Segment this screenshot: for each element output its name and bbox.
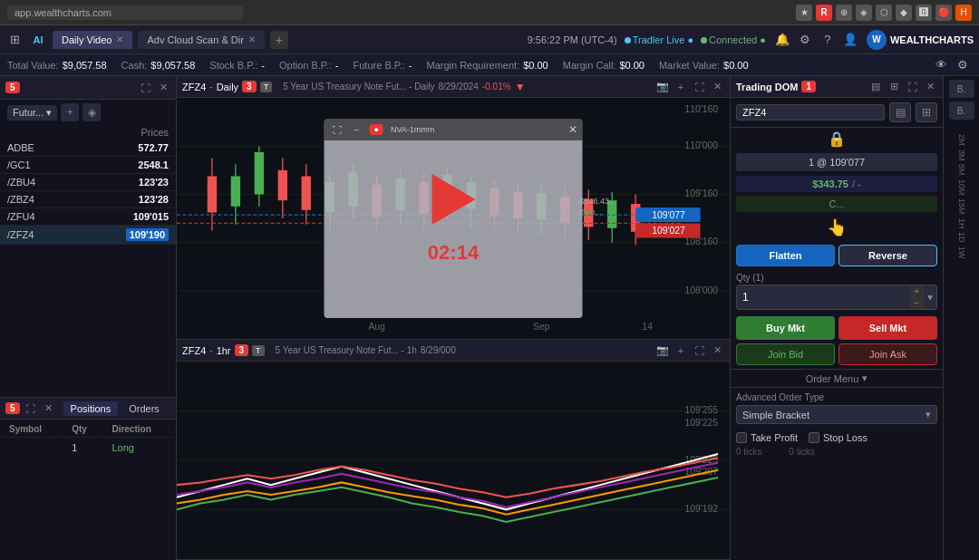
browser-icon-ext5[interactable]: 🅶 [916,5,932,21]
user-icon[interactable]: 👤 [841,31,859,49]
browser-icon-ext4[interactable]: ◆ [896,5,912,21]
browser-icon-r[interactable]: R [816,5,832,21]
bottom-close-btn[interactable]: ✕ [42,401,56,416]
dom-view-btn[interactable]: ▤ [868,80,883,94]
window-icon[interactable]: ⊞ [5,31,24,49]
margin-req-value: $0.00 [523,60,548,71]
list-item[interactable]: /ZBU4 123'23 [0,174,176,191]
join-ask-button[interactable]: Join Ask [838,343,937,365]
browser-icon-ext6[interactable]: 🔴 [935,5,952,21]
tab-daily-video-close[interactable]: ✕ [116,34,123,44]
dom-adv-label: Advanced Order Type [736,392,937,402]
chart-bottom-controls: 📷 + ⛶ ✕ [655,343,724,358]
dom-header-controls: ▤ ⊞ ⛶ ✕ [868,80,937,94]
dom-cancel-row[interactable]: C... [736,196,937,212]
pos-symbol [2,439,63,456]
watchlist-diamond-btn[interactable]: ◈ [82,103,101,121]
tab-orders[interactable]: Orders [121,401,167,416]
left-sidebar: 5 ⛶ ✕ Futur... ▾ + ◈ Prices ADBE 572.77 … [0,76,177,560]
sell-mkt-button[interactable]: Sell Mkt [838,316,937,340]
right-btn-b2[interactable]: B. [949,101,974,120]
tab-add-button[interactable]: + [270,31,288,49]
chart-top-camera-icon[interactable]: 📷 [655,80,670,94]
chart-top-plus-icon[interactable]: + [674,80,688,94]
bottom-expand-btn[interactable]: ⛶ [24,401,38,416]
watchlist-dropdown[interactable]: Futur... ▾ [7,105,57,121]
dom-layout-btn[interactable]: ⊞ [887,80,901,94]
dom-adv-select[interactable]: Simple Bracket ▾ [736,405,937,424]
sidebar-expand-btn[interactable]: ⛶ [138,81,152,95]
notifications-icon[interactable]: 🔔 [773,31,791,49]
dom-bid-ask-buttons: Join Bid Join Ask [731,343,943,369]
take-profit-checkbox[interactable] [736,432,747,443]
browser-icon-ext2[interactable]: ◈ [856,5,872,21]
option-bp-label: Option B.P.: [279,60,332,71]
take-profit-checkbox-item[interactable]: Take Profit [736,432,798,443]
dom-expand-btn[interactable]: ⛶ [905,80,919,94]
pos-direction: Long [104,439,174,456]
browser-icon-ext7[interactable]: H [955,5,972,21]
lock-icon[interactable]: 🔒 [828,130,846,148]
ai-icon[interactable]: AI [29,31,47,49]
list-item[interactable]: /ZBZ4 123'28 [0,191,176,208]
eye-icon[interactable]: 👁 [932,56,950,74]
dom-qty-down-arrow[interactable]: − [909,297,924,309]
browser-icons: ★ R ⊕ ◈ ⬡ ◆ 🅶 🔴 H [796,5,972,21]
gear-icon[interactable]: ⚙ [954,56,972,74]
chart-bottom-expand-icon[interactable]: ⛶ [692,343,706,358]
chart-bottom-close-icon[interactable]: ✕ [710,343,724,358]
tp-ticks-label: 0 ticks [736,447,761,457]
sidebar-close-btn[interactable]: ✕ [156,81,170,95]
cursor-icon: 👆 [827,217,847,237]
svg-rect-13 [231,177,240,207]
dom-qty-dropdown[interactable]: ▾ [924,291,936,304]
browser-icon-star[interactable]: ★ [796,5,812,21]
video-close-btn[interactable]: ✕ [568,123,577,136]
browser-icon-ext1[interactable]: ⊕ [836,5,852,21]
video-minimize-btn[interactable]: − [350,122,364,137]
chart-top-header: ZFZ4 - Daily 3 T 5 Year US Treasury Note… [177,76,730,98]
chart-bottom-camera-icon[interactable]: 📷 [655,343,670,358]
browser-icon-ext3[interactable]: ⬡ [876,5,892,21]
watchlist-add-btn[interactable]: + [61,103,79,121]
tab-adv-cloud[interactable]: Adv Cloud Scan & Dir ✕ [138,31,264,49]
margin-req-label: Margin Requirement: [426,60,519,71]
buy-mkt-button[interactable]: Buy Mkt [736,316,835,340]
flatten-button[interactable]: Flatten [736,245,835,266]
dom-qty-up-arrow[interactable]: + [909,285,924,297]
video-expand-btn[interactable]: ⛶ [330,122,344,137]
dom-search-input[interactable] [736,104,885,121]
dom-qty-input[interactable] [737,288,909,306]
chart-top-expand-icon[interactable]: ⛶ [692,80,706,94]
settings-icon[interactable]: ⚙ [796,31,814,49]
option-bp-value: - [335,60,339,71]
right-label-1w: 1W [957,246,966,259]
tab-daily-video[interactable]: Daily Video ✕ [53,31,132,49]
tab-positions[interactable]: Positions [63,401,119,416]
right-btn-b1[interactable]: B. [949,80,974,98]
stop-loss-checkbox[interactable] [809,432,819,443]
dom-grid-btn[interactable]: ▤ [889,102,911,122]
list-item[interactable]: ADBE 572.77 [0,140,176,157]
play-button[interactable] [426,172,480,227]
help-icon[interactable]: ? [819,31,837,49]
reverse-button[interactable]: Reverse [838,245,937,266]
dom-close-btn[interactable]: ✕ [923,80,937,94]
stop-loss-checkbox-item[interactable]: Stop Loss [809,432,868,443]
list-item[interactable]: /ZFU4 109'015 [0,208,176,226]
tab-adv-cloud-close[interactable]: ✕ [248,34,256,44]
list-item[interactable]: /ZFZ4 109'190 [0,226,176,245]
chart-bottom-plus-icon[interactable]: + [674,343,688,358]
svg-text:109'160: 109'160 [684,188,718,198]
list-item[interactable]: /GC1 2548.1 [0,157,176,174]
chart-top-close-icon[interactable]: ✕ [710,80,724,94]
join-bid-button[interactable]: Join Bid [736,343,835,365]
margin-call-label: Margin Call: [563,60,616,71]
dom-order-menu[interactable]: Order Menu ▾ [731,369,943,388]
price-zfz4: 109'190 [126,228,169,241]
future-bp-value: - [409,60,412,71]
svg-text:-$546.43...: -$546.43... [577,197,616,206]
chart-bottom-timeframe: 1hr [217,345,231,356]
time-display: 9:56:22 PM (UTC-4) [528,34,617,45]
dom-config-btn[interactable]: ⊞ [916,102,937,122]
